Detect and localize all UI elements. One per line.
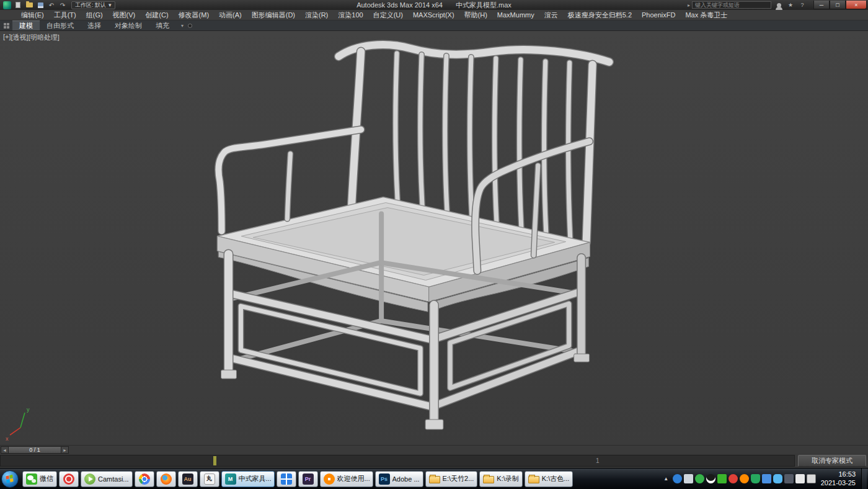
open-file-button[interactable] (24, 1, 34, 9)
track-bar-row: 1 取消专家模式 (0, 454, 868, 468)
max-app-logo-icon[interactable] (3, 1, 11, 9)
tray-icon-green[interactable] (695, 474, 704, 483)
tray-network-icon[interactable] (807, 474, 816, 483)
taskbar-premiere-button[interactable]: Pr (298, 471, 318, 487)
perspective-viewport[interactable]: [+] [透视] [明暗处理] (0, 30, 868, 445)
viewport-shading-menu[interactable]: [明暗处理] (29, 33, 60, 42)
window-controls: ─ □ × (813, 1, 867, 9)
taskbar-welcome-button[interactable]: 欢迎使用... (320, 471, 373, 487)
menu-help[interactable]: 帮助(H) (459, 10, 492, 20)
tray-expand-icon[interactable]: ▲ (662, 474, 671, 483)
menu-rendercloud[interactable]: 渲云 (539, 10, 563, 20)
ribbon-dot-icon[interactable] (188, 24, 192, 28)
star-icon: ★ (788, 2, 793, 8)
taskbar-tiles-button[interactable] (277, 471, 296, 487)
close-button[interactable]: × (846, 1, 867, 9)
tray-360-shield-icon[interactable] (751, 474, 760, 483)
tab-freeform[interactable]: 自由形式 (40, 20, 81, 30)
tray-volume-icon[interactable] (684, 474, 693, 483)
tray-netdisk-icon[interactable] (762, 474, 771, 483)
undo-button[interactable]: ↶ (46, 1, 56, 9)
folder-icon (429, 476, 440, 483)
menu-render100[interactable]: 渲染100 (333, 10, 368, 20)
search-input[interactable] (692, 1, 771, 9)
menu-modifiers[interactable]: 修改器(M) (174, 10, 215, 20)
tab-modeling[interactable]: 建模 (12, 20, 40, 30)
taskbar-3dsmax-button[interactable]: M 中式家具... (221, 471, 275, 487)
frame-marker[interactable] (213, 456, 216, 465)
clock-date: 2021-03-25 (821, 479, 856, 487)
menu-maxscript[interactable]: MAXScript(X) (408, 11, 459, 19)
taskbar-redapp-button[interactable] (59, 471, 79, 487)
sign-in-button[interactable] (774, 1, 783, 9)
time-slider[interactable]: ◄ 0 / 1 ► (1, 446, 69, 454)
redo-button[interactable]: ↷ (58, 1, 68, 9)
windows-flag-icon (6, 474, 14, 483)
viewport-label: [+] [透视] [明暗处理] (3, 33, 60, 42)
menu-group[interactable]: 组(G) (81, 10, 108, 20)
cancel-expert-mode-button[interactable]: 取消专家模式 (798, 455, 866, 467)
viewport-pov-menu[interactable]: [透视] (11, 33, 29, 42)
maximize-button[interactable]: □ (830, 1, 846, 9)
ribbon-config-button[interactable] (0, 20, 12, 30)
ribbon-bar: 建模 自由形式 选择 对象绘制 填充 ▾ (0, 20, 868, 30)
taskbar-photoshop-button[interactable]: Ps Adobe ... (375, 471, 423, 487)
taskbar-wechat-button[interactable]: 微信 (22, 471, 57, 487)
help-button[interactable]: ? (798, 1, 807, 9)
taskbar-folder-k1-button[interactable]: K:\录制 (479, 471, 522, 487)
axis-gizmo: x y (6, 406, 30, 442)
tab-populate[interactable]: 填充 (149, 20, 176, 30)
menu-tools[interactable]: 工具(T) (49, 10, 81, 20)
tray-icon-dark[interactable] (784, 474, 794, 483)
menu-animation[interactable]: 动画(A) (214, 10, 247, 20)
open-folder-icon (26, 2, 33, 7)
tray-icon-blue[interactable] (673, 474, 682, 483)
track-bar[interactable]: 1 (0, 455, 795, 467)
new-scene-button[interactable] (13, 1, 23, 9)
workspace-selector[interactable]: 工作区: 默认 ▾ (71, 1, 115, 9)
taskbar-camtasia-button[interactable]: Camtasi... (81, 471, 133, 487)
taskbar-clock[interactable]: 16:53 2021-03-25 (821, 470, 856, 487)
tray-cloud-icon[interactable] (773, 474, 782, 483)
menu-maxmummy[interactable]: MaxMummy (492, 11, 539, 19)
menu-customize[interactable]: 自定义(U) (368, 10, 408, 20)
minimize-button[interactable]: ─ (813, 1, 830, 9)
ribbon-minimize-button[interactable]: ▾ (181, 23, 184, 29)
menu-graph-editors[interactable]: 图形编辑器(D) (247, 10, 300, 20)
taskbar-folder-e-button[interactable]: E:\天竹2... (425, 471, 478, 487)
tray-wechat-icon[interactable] (717, 474, 727, 483)
titlebar-right-cluster: ▸ ★ ? ─ □ × (688, 1, 867, 9)
arrow-left-icon: ◄ (2, 448, 7, 452)
menu-phoenixfd[interactable]: PhoenixFD (637, 11, 680, 19)
taskbar-audition-button[interactable]: Au (178, 471, 198, 487)
tray-icon-white[interactable] (795, 474, 805, 483)
menu-archive-plugin[interactable]: 极速瘦身安全归档5.2 (563, 10, 637, 20)
taskbar-firefox-button[interactable] (156, 471, 176, 487)
show-desktop-button[interactable] (861, 469, 867, 489)
taskbar-chrome-button[interactable] (135, 471, 154, 487)
tray-icon-red[interactable] (728, 474, 738, 483)
premiere-icon: Pr (303, 473, 314, 485)
tray-sunflower-icon[interactable] (740, 474, 749, 483)
menu-views[interactable]: 视图(V) (108, 10, 141, 20)
menu-rendering[interactable]: 渲染(R) (300, 10, 333, 20)
time-slider-thumb[interactable]: 0 / 1 (8, 447, 61, 453)
tab-selection[interactable]: 选择 (81, 20, 108, 30)
viewport-general-menu[interactable]: [+] (3, 33, 11, 42)
tab-object-paint[interactable]: 对象绘制 (108, 20, 149, 30)
tray-qq-icon[interactable] (706, 474, 715, 483)
time-slider-row: ◄ 0 / 1 ► (0, 445, 868, 454)
next-frame-button[interactable]: ► (61, 447, 68, 453)
start-button[interactable] (1, 470, 19, 488)
viewport-canvas[interactable]: x y (0, 31, 868, 445)
favorites-button[interactable]: ★ (786, 1, 795, 9)
taskbar-xiaowan-button[interactable]: 丸 (200, 471, 219, 487)
chair-model[interactable] (218, 45, 609, 429)
menu-create[interactable]: 创建(C) (140, 10, 173, 20)
previous-frame-button[interactable]: ◄ (1, 447, 8, 453)
menu-antivirus[interactable]: Max 杀毒卫士 (680, 10, 732, 20)
chevron-down-icon: ▾ (108, 2, 112, 8)
menu-edit[interactable]: 编辑(E) (16, 10, 49, 20)
taskbar-folder-k2-button[interactable]: K:\古色... (525, 471, 574, 487)
save-file-button[interactable] (35, 1, 45, 9)
